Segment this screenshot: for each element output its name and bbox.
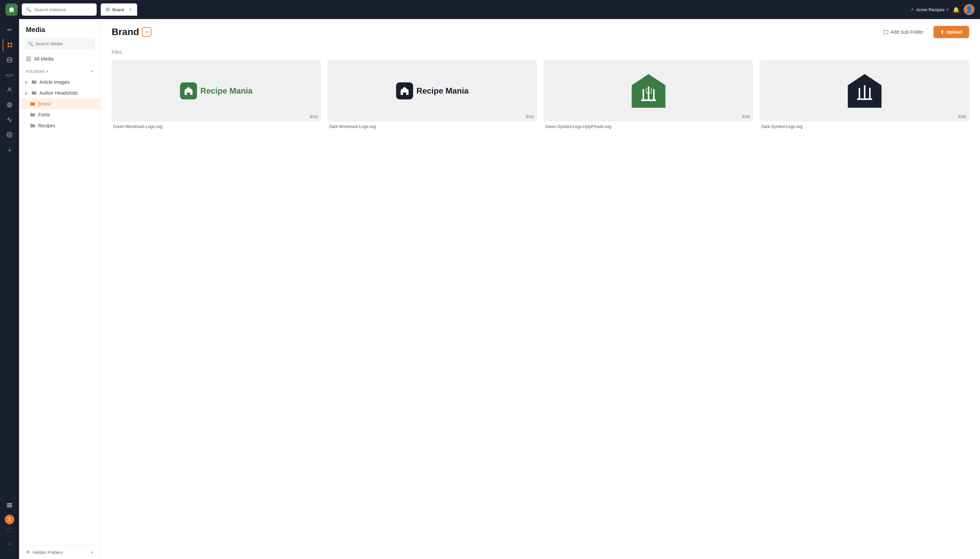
file-card-dark-wordmark[interactable]: Recipe Mania SVG Dark-Wordmark-Logo.svg <box>328 60 537 131</box>
dropdown-arrow: ▾ <box>947 8 949 12</box>
files-grid: Recipe Mania SVG Green-Wordmark-Logo.svg <box>112 60 969 131</box>
svg-rect-1 <box>10 43 12 44</box>
svg-point-4 <box>7 58 12 59</box>
external-link-icon: ↗ <box>910 7 914 12</box>
nav-target-icon[interactable] <box>3 98 16 112</box>
file-card-green-wordmark[interactable]: Recipe Mania SVG Green-Wordmark-Logo.svg <box>112 60 321 131</box>
folder-brand[interactable]: Brand <box>19 98 101 109</box>
tab-media-icon: 🖼 <box>106 7 110 12</box>
folder-fonts-label: Fonts <box>38 112 50 117</box>
folder-brand-icon <box>30 101 35 106</box>
nav-code-icon[interactable]: </> <box>3 68 16 82</box>
nav-database-icon[interactable] <box>3 53 16 67</box>
tab-close-icon[interactable]: ✕ <box>128 7 132 12</box>
svg-point-9 <box>9 134 10 136</box>
nav-media-icon[interactable] <box>3 38 16 52</box>
content-area: Brand ▾ Add Sub Folder ⬆ Upload Files <box>101 19 980 559</box>
folder-icon <box>31 91 37 95</box>
svg-rect-14 <box>29 57 31 59</box>
folder-icon <box>31 79 37 84</box>
svg-rect-10 <box>7 503 12 504</box>
folders-header: FOLDERS ▾ + <box>19 64 101 77</box>
svg-rect-11 <box>7 505 12 506</box>
upload-label: Upload <box>946 29 962 35</box>
folder-icon <box>30 112 35 117</box>
brand-tab[interactable]: 🖼 Brand ✕ <box>101 3 137 16</box>
add-subfolder-button[interactable]: Add Sub Folder <box>878 26 929 38</box>
app-link[interactable]: ↗ Acme Recipes ▾ <box>910 7 949 12</box>
all-media-item[interactable]: All Media <box>19 53 101 64</box>
nav-list-icon[interactable] <box>3 498 16 512</box>
content-header: Brand ▾ Add Sub Folder ⬆ Upload <box>101 19 980 43</box>
badge-icon[interactable]: Z <box>5 515 14 524</box>
add-subfolder-icon <box>883 29 888 35</box>
hidden-folders[interactable]: 👁 Hidden Folders ▾ <box>19 545 101 559</box>
svg-rect-12 <box>7 506 12 507</box>
nav-add-icon[interactable]: ＋ <box>3 143 16 157</box>
title-dropdown-button[interactable]: ▾ <box>142 27 152 37</box>
search-media-input[interactable] <box>35 41 92 46</box>
search-media-container[interactable]: 🔍 <box>25 38 95 50</box>
nav-settings-icon[interactable] <box>3 128 16 142</box>
folder-brand-label: Brand <box>38 101 51 107</box>
content-title-row: Brand ▾ <box>112 26 152 38</box>
file-name-4: Dark-Symbol-Logo.svg <box>760 122 969 131</box>
svg-rect-3 <box>10 46 12 47</box>
svg-badge-4: SVG <box>958 115 967 119</box>
svg-badge-2: SVG <box>526 115 534 119</box>
files-section: Files Recipe Mania <box>101 43 980 559</box>
search-instance-input[interactable] <box>34 7 92 12</box>
svg-badge-3: SVG <box>742 115 750 119</box>
folders-dropdown-icon: ▾ <box>46 69 49 74</box>
notification-bell-icon[interactable]: 🔔 <box>953 7 960 13</box>
expand-sidebar-icon[interactable]: › <box>3 537 16 551</box>
eye-icon: 👁 <box>26 549 31 555</box>
main-layout: ✏ </> <box>0 19 980 559</box>
hidden-folders-chevron: ▾ <box>91 550 94 555</box>
folders-label[interactable]: FOLDERS ▾ <box>26 69 49 74</box>
folder-recipes-label: Recipes <box>38 123 56 128</box>
app-logo[interactable] <box>5 3 18 16</box>
file-thumb-green-wordmark: Recipe Mania SVG <box>112 60 321 122</box>
files-label: Files <box>112 50 969 55</box>
folder-article-images[interactable]: ▶ Article Images <box>19 77 101 88</box>
search-instance-container[interactable]: 🔍 <box>22 3 97 16</box>
content-actions: Add Sub Folder ⬆ Upload <box>878 26 969 38</box>
search-icon: 🔍 <box>26 7 31 12</box>
search-media-icon: 🔍 <box>28 41 33 46</box>
nav-chart-icon[interactable] <box>3 113 16 127</box>
topbar-right: ↗ Acme Recipes ▾ 🔔 👤 <box>910 4 975 15</box>
svg-rect-16 <box>29 59 31 61</box>
file-name-3: Green-Symbol-Logo.HytpFEw4s.svg <box>544 122 753 131</box>
file-thumb-dark-symbol: SVG <box>760 60 969 122</box>
add-subfolder-label: Add Sub Folder <box>891 29 924 35</box>
all-media-icon <box>26 56 31 61</box>
app-name: Acme Recipes <box>916 7 945 12</box>
folder-recipes[interactable]: Recipes <box>19 120 101 131</box>
svg-rect-13 <box>26 57 28 59</box>
version-text: 417f777 <box>7 527 13 534</box>
file-name-2: Dark-Wordmark-Logo.svg <box>328 122 537 131</box>
file-card-green-symbol[interactable]: ⑂ SVG Green-Symbol-Logo.HytpFEw4s.svg <box>544 60 753 131</box>
folder-article-images-label: Article Images <box>40 79 70 85</box>
topbar: 🔍 🖼 Brand ✕ ↗ Acme Recipes ▾ 🔔 👤 <box>0 0 980 19</box>
nav-user-icon[interactable] <box>3 83 16 97</box>
file-name-1: Green-Wordmark-Logo.svg <box>112 122 321 131</box>
left-panel: Media 🔍 All Media FOLDERS ▾ + ▶ Article … <box>19 19 101 559</box>
folder-author-headshots[interactable]: ▶ Author Headshots <box>19 88 101 98</box>
upload-button[interactable]: ⬆ Upload <box>934 26 969 38</box>
svg-point-5 <box>8 88 10 90</box>
file-thumb-dark-wordmark: Recipe Mania SVG <box>328 60 537 122</box>
file-card-dark-symbol[interactable]: SVG Dark-Symbol-Logo.svg <box>760 60 969 131</box>
folder-author-headshots-label: Author Headshots <box>40 90 78 96</box>
svg-rect-2 <box>8 46 9 47</box>
user-avatar[interactable]: 👤 <box>964 4 975 15</box>
nav-edit-icon[interactable]: ✏ <box>3 23 16 37</box>
folder-expand-icon: ▶ <box>25 91 28 95</box>
svg-rect-0 <box>8 43 9 44</box>
all-media-label: All Media <box>34 56 54 61</box>
folder-fonts[interactable]: Fonts <box>19 109 101 120</box>
add-folder-icon[interactable]: + <box>91 68 94 74</box>
hidden-folders-label: Hidden Folders <box>33 550 63 555</box>
upload-icon: ⬆ <box>940 29 944 35</box>
